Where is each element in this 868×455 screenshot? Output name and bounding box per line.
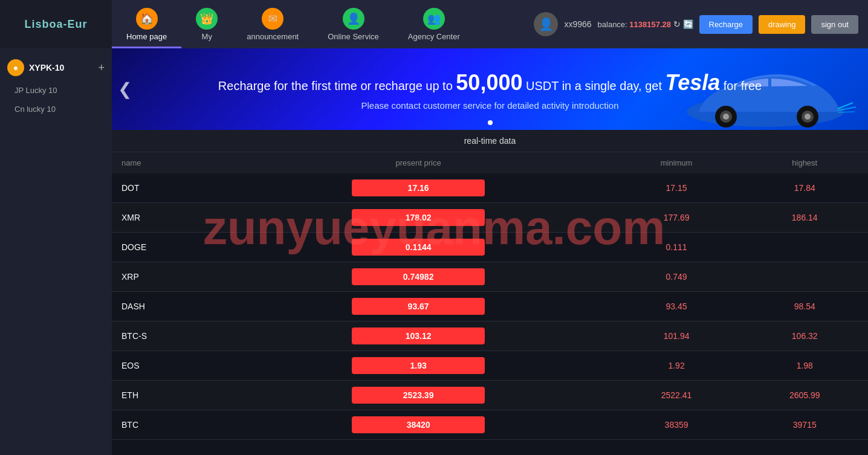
table-row[interactable]: DOGE0.11440.111 [112, 233, 868, 262]
cell-price: 0.74982 [225, 262, 612, 292]
table-row[interactable]: XMR178.02177.69186.14 [112, 203, 868, 233]
cell-min: 38359 [612, 410, 742, 440]
cell-name: ETH [112, 381, 225, 410]
table-body: DOT17.1617.1517.84XMR178.02177.69186.14D… [112, 173, 868, 440]
cell-max: 39715 [742, 410, 869, 440]
cell-max: 106.32 [742, 321, 869, 351]
my-icon: 👑 [196, 8, 218, 30]
cell-price: 93.67 [225, 292, 612, 321]
banner-amount: 50,000 [456, 70, 522, 95]
tab-home[interactable]: 🏠 Home page [112, 0, 181, 48]
cell-price: 38420 [225, 410, 612, 440]
table-row[interactable]: XRP0.749820.749 [112, 262, 868, 292]
tab-agency-center-label: Agency Center [408, 32, 460, 41]
banner-end: for free [720, 79, 762, 92]
table-row[interactable]: DOT17.1617.1517.84 [112, 173, 868, 203]
table-header: name present price minimum highest [112, 152, 868, 173]
tab-announcement-label: announcement [247, 32, 299, 41]
signout-button[interactable]: sign out [811, 15, 858, 34]
cell-max: 2605.99 [742, 381, 869, 410]
realtime-title: real-time data [464, 136, 516, 146]
cell-max: 1.98 [742, 351, 869, 381]
cell-min: 2522.41 [612, 381, 742, 410]
data-table: name present price minimum highest DOT17… [112, 152, 868, 440]
banner-brand: Tesla [666, 70, 721, 95]
tab-agency-center[interactable]: 👥 Agency Center [394, 0, 474, 48]
tab-online-service[interactable]: 👤 Online Service [313, 0, 394, 48]
cell-min: 1.92 [612, 351, 742, 381]
header-right: 👤 xx9966 balance: 1138157.28 ↻ 🔄 Recharg… [524, 0, 868, 48]
online-service-icon: 👤 [343, 8, 364, 30]
cell-name: BTC [112, 410, 225, 440]
logo: Lisboa-Eur [0, 18, 112, 31]
cell-max [742, 262, 869, 292]
balance-area: balance: 1138157.28 ↻ 🔄 [598, 19, 693, 29]
cell-name: XRP [112, 262, 225, 292]
cell-price: 0.1144 [225, 233, 612, 262]
cell-name: BTC-S [112, 321, 225, 351]
table-row[interactable]: EOS1.931.921.98 [112, 351, 868, 381]
table-row[interactable]: BTC-S103.12101.94106.32 [112, 321, 868, 351]
cell-name: EOS [112, 351, 225, 381]
balance-label: balance: [598, 20, 627, 29]
agency-center-icon: 👥 [423, 8, 445, 30]
avatar: 👤 [534, 12, 558, 36]
tab-announcement[interactable]: ✉ announcement [232, 0, 313, 48]
col-name: name [112, 152, 225, 173]
content: ❮ Recharge for the first time or recharg… [112, 48, 868, 455]
cell-name: XMR [112, 203, 225, 233]
banner-text: Recharge for the first time or recharge … [218, 68, 762, 111]
refresh-icon[interactable]: ↻ 🔄 [673, 19, 693, 29]
tab-online-service-label: Online Service [328, 32, 379, 41]
col-min: minimum [612, 152, 742, 173]
banner-prefix: Recharge for the first time or recharge … [218, 79, 456, 92]
banner-currency: USDT [526, 79, 559, 92]
banner-dot-1[interactable] [488, 120, 493, 125]
svg-point-3 [723, 114, 729, 120]
cell-price: 17.16 [225, 173, 612, 203]
table-row[interactable]: BTC384203835939715 [112, 410, 868, 440]
col-max: highest [742, 152, 869, 173]
sidebar-item-cn-lucky[interactable]: Cn lucky 10 [0, 100, 112, 118]
cell-min: 93.45 [612, 292, 742, 321]
realtime-header: real-time data [112, 130, 868, 152]
svg-point-6 [805, 114, 811, 120]
cell-min: 0.111 [612, 233, 742, 262]
banner-line1: Recharge for the first time or recharge … [218, 68, 762, 98]
banner-dots [488, 120, 493, 125]
sidebar-group-name: XYPK-10 [29, 63, 93, 73]
cell-name: DOT [112, 173, 225, 203]
table-row[interactable]: ETH2523.392522.412605.99 [112, 381, 868, 410]
drawing-button[interactable]: drawing [759, 15, 806, 34]
banner-line2: Please contact customer service for deta… [218, 100, 762, 111]
col-price: present price [225, 152, 612, 173]
announcement-icon: ✉ [262, 8, 283, 30]
svg-line-9 [838, 112, 855, 112]
username: xx9966 [564, 19, 591, 29]
cell-min: 0.749 [612, 262, 742, 292]
cell-min: 17.15 [612, 173, 742, 203]
cell-max [742, 233, 869, 262]
nav-tabs: 🏠 Home page 👑 My ✉ announcement 👤 Online… [112, 0, 524, 48]
tab-my-label: My [202, 32, 212, 41]
banner-prev-arrow[interactable]: ❮ [118, 79, 132, 99]
cell-min: 101.94 [612, 321, 742, 351]
table-header-row: name present price minimum highest [112, 152, 868, 173]
cell-price: 2523.39 [225, 381, 612, 410]
home-icon: 🏠 [136, 8, 158, 30]
sidebar-item-jp-lucky[interactable]: JP Lucky 10 [0, 81, 112, 100]
balance-amount: 1138157.28 [629, 20, 671, 29]
cell-max: 98.54 [742, 292, 869, 321]
cell-max: 17.84 [742, 173, 869, 203]
banner: ❮ Recharge for the first time or recharg… [112, 48, 868, 130]
tab-home-label: Home page [126, 32, 167, 41]
recharge-button[interactable]: Recharge [699, 15, 753, 34]
cell-price: 1.93 [225, 351, 612, 381]
tab-my[interactable]: 👑 My [181, 0, 232, 48]
cell-name: DOGE [112, 233, 225, 262]
banner-suffix: in a single day, get [559, 79, 665, 92]
cell-min: 177.69 [612, 203, 742, 233]
sidebar-add-button[interactable]: + [98, 62, 105, 74]
cell-name: DASH [112, 292, 225, 321]
table-row[interactable]: DASH93.6793.4598.54 [112, 292, 868, 321]
